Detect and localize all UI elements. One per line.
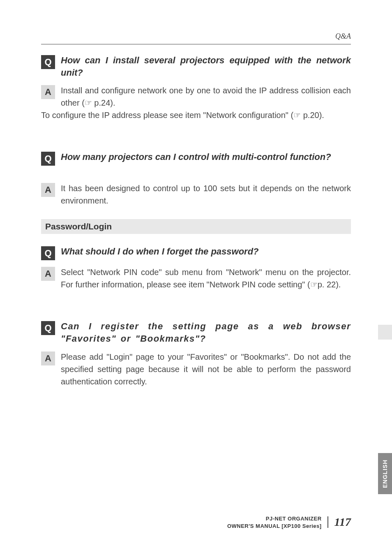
answer-text: To configure the IP address please see i…	[41, 109, 351, 121]
q-badge-icon: Q	[41, 55, 55, 69]
q-badge-icon: Q	[41, 152, 55, 166]
q-badge-icon: Q	[41, 321, 55, 335]
answer-text: Please add "Login" page to your "Favorit…	[61, 351, 351, 388]
page-ref: ☞ p.20	[293, 111, 319, 120]
a-badge-icon: A	[41, 85, 55, 99]
qa-block: Q How many projectors can I control with…	[41, 151, 351, 207]
footer-manual: OWNER'S MANUAL [XP100 Series]	[227, 523, 322, 529]
qa-block: Q How can I install several projectors e…	[41, 54, 351, 121]
page-ref: ☞p. 22	[310, 280, 336, 289]
a-badge-icon: A	[41, 352, 55, 365]
page-ref: ☞ p.24	[85, 98, 110, 107]
page: Q&A Q How can I install several projecto…	[0, 0, 392, 555]
question-text: How many projectors can I control with m…	[61, 151, 351, 163]
q-badge-icon: Q	[41, 246, 55, 260]
page-number: 117	[334, 516, 351, 528]
answer-row-continued: To configure the IP address please see i…	[41, 109, 351, 121]
section-heading: Password/Login	[41, 219, 351, 234]
answer-text: It has been designed to control up to 10…	[61, 182, 351, 207]
footer: PJ-NET ORGANIZER OWNER'S MANUAL [XP100 S…	[227, 515, 351, 530]
answer-row: A It has been designed to control up to …	[41, 182, 351, 207]
qa-block: Q What should I do when I forget the pas…	[41, 245, 351, 291]
answer-row: A Please add "Login" page to your "Favor…	[41, 351, 351, 388]
header-rule	[41, 44, 351, 44]
question-row: Q What should I do when I forget the pas…	[41, 245, 351, 260]
answer-row: A Select "Network PIN code" sub menu fro…	[41, 266, 351, 291]
a-badge-icon: A	[41, 267, 55, 281]
language-tab: ENGLISH	[378, 453, 392, 494]
answer-text: Select "Network PIN code" sub menu from …	[61, 266, 351, 291]
side-tab-blank	[378, 325, 392, 340]
answer-row: A Install and configure network one by o…	[41, 84, 351, 109]
qa-block: Q Can I register the setting page as a w…	[41, 320, 351, 387]
a-badge-icon: A	[41, 183, 55, 197]
footer-product: PJ-NET ORGANIZER	[266, 516, 322, 522]
question-row: Q How many projectors can I control with…	[41, 151, 351, 166]
question-text: How can I install several projectors equ…	[61, 54, 351, 79]
answer-fragment: To configure the IP address please see i…	[41, 111, 293, 120]
running-head: Q&A	[41, 32, 351, 41]
answer-fragment: Select "Network PIN code" sub menu from …	[61, 268, 351, 289]
answer-fragment: ).	[110, 98, 115, 107]
answer-fragment: ).	[319, 111, 324, 120]
question-row: Q Can I register the setting page as a w…	[41, 320, 351, 345]
answer-text: Install and configure network one by one…	[61, 84, 351, 109]
question-text: Can I register the setting page as a web…	[61, 320, 351, 345]
question-text: What should I do when I forget the passw…	[61, 245, 351, 258]
answer-fragment: ).	[336, 280, 341, 289]
footer-divider	[327, 516, 328, 528]
question-row: Q How can I install several projectors e…	[41, 54, 351, 79]
